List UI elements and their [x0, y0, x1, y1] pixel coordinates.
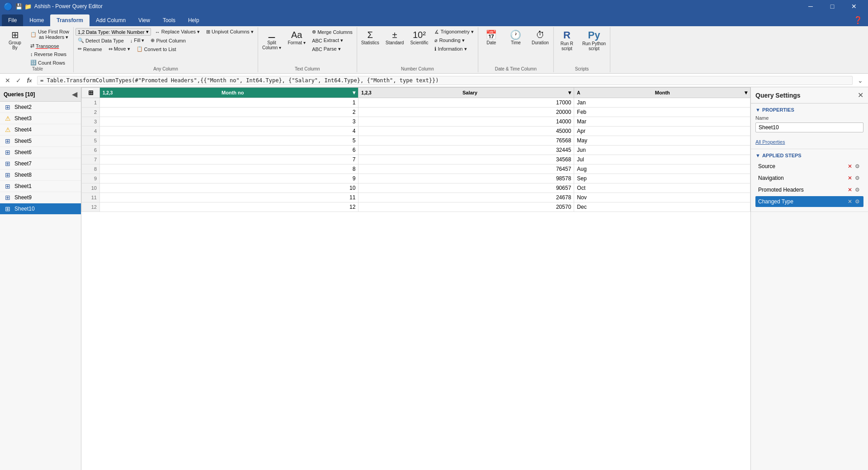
group-by-button[interactable]: ⊞ GroupBy: [4, 28, 26, 52]
run-python-icon: Py: [588, 29, 600, 41]
formula-expand-button[interactable]: ⌄: [855, 75, 865, 85]
rounding-button[interactable]: ⌀ Rounding ▾: [432, 37, 476, 44]
reverse-rows-button[interactable]: ↕ Reverse Rows: [28, 51, 71, 58]
applied-step-navigation[interactable]: Navigation ✕ ⚙: [755, 173, 863, 183]
table-row[interactable]: 6 6 32445 Jun: [82, 146, 750, 155]
tab-add-column[interactable]: Add Column: [90, 14, 132, 26]
step-settings-button[interactable]: ⚙: [854, 174, 861, 182]
step-delete-button[interactable]: ✕: [847, 186, 853, 193]
trigonometry-button[interactable]: ∡ Trigonometry ▾: [432, 28, 476, 36]
col-header-salary[interactable]: 1,2,3 Salary ▾: [359, 88, 574, 98]
select-all-icon[interactable]: ⊞: [88, 89, 94, 96]
qs-properties-caret[interactable]: ▼: [755, 107, 760, 113]
minimize-button[interactable]: ─: [800, 0, 821, 13]
sidebar-item-sheet7[interactable]: ⊞Sheet7: [0, 158, 81, 169]
data-type-dropdown[interactable]: 1,2 Data Type: Whole Number ▾: [75, 28, 151, 36]
table-row[interactable]: 8 8 76457 Aug: [82, 164, 750, 174]
sidebar-item-sheet8[interactable]: ⊞Sheet8: [0, 169, 81, 181]
transpose-button[interactable]: ⇄ Transpose: [28, 42, 71, 50]
tab-file[interactable]: File: [2, 14, 23, 26]
month-no-cell: 7: [100, 155, 359, 164]
col-header-month[interactable]: A Month ▾: [574, 88, 750, 98]
cancel-formula-button[interactable]: ✕: [3, 75, 13, 85]
sidebar-item-sheet1[interactable]: ⊞Sheet1: [0, 181, 81, 192]
table-row[interactable]: 1 1 17000 Jan: [82, 98, 750, 108]
fill-button[interactable]: ↓ Fill ▾: [128, 37, 147, 44]
run-r-button[interactable]: R Run Rscript: [556, 28, 578, 52]
split-column-button[interactable]: ⚊ SplitColumn ▾: [260, 28, 283, 52]
step-delete-button[interactable]: ✕: [847, 163, 853, 170]
scripts-group-label: Scripts: [556, 66, 608, 71]
sidebar-item-sheet2[interactable]: ⊞Sheet2: [0, 102, 81, 113]
time-button[interactable]: 🕐 Time: [505, 28, 527, 47]
count-rows-button[interactable]: 🔢 Count Rows: [28, 59, 71, 66]
step-delete-button[interactable]: ✕: [847, 174, 853, 182]
close-button[interactable]: ✕: [844, 0, 864, 13]
sidebar-item-sheet10[interactable]: ⊞Sheet10: [0, 203, 81, 215]
tab-home[interactable]: Home: [23, 14, 50, 26]
table-row[interactable]: 12 12 20570 Dec: [82, 202, 750, 212]
replace-values-button[interactable]: ↔ Replace Values ▾: [153, 28, 202, 36]
information-button[interactable]: ℹ Information ▾: [432, 45, 476, 53]
sidebar-item-sheet5[interactable]: ⊞Sheet5: [0, 136, 81, 147]
tab-help[interactable]: Help: [182, 14, 206, 26]
scientific-button[interactable]: 10² Scientific: [408, 28, 430, 47]
qs-close-button[interactable]: ✕: [858, 91, 863, 99]
confirm-formula-button[interactable]: ✓: [14, 75, 24, 85]
data-table: ⊞ 1,2,3 Month no ▾ 1,2,3: [81, 87, 750, 212]
sidebar-item-sheet9[interactable]: ⊞Sheet9: [0, 192, 81, 203]
ribbon-help-icon[interactable]: ❓: [850, 14, 866, 26]
tab-transform[interactable]: Transform: [50, 14, 90, 26]
tab-view[interactable]: View: [132, 14, 156, 26]
table-row[interactable]: 9 9 98578 Sep: [82, 174, 750, 183]
applied-step-changed-type[interactable]: Changed Type ✕ ⚙: [755, 196, 863, 207]
step-settings-button[interactable]: ⚙: [854, 163, 861, 170]
table-row[interactable]: 7 7 34568 Jul: [82, 155, 750, 164]
sidebar-item-sheet6[interactable]: ⊞Sheet6: [0, 147, 81, 158]
table-row[interactable]: 5 5 76568 May: [82, 136, 750, 146]
qs-name-input[interactable]: [755, 122, 863, 132]
step-actions: ✕ ⚙: [847, 174, 861, 182]
unpivot-columns-button[interactable]: ⊞ Unpivot Columns ▾: [204, 28, 256, 36]
pivot-column-button[interactable]: ⊕ Pivot Column: [148, 37, 188, 44]
table-container[interactable]: ⊞ 1,2,3 Month no ▾ 1,2,3: [81, 87, 750, 470]
step-settings-button[interactable]: ⚙: [854, 198, 861, 205]
col-filter-month[interactable]: ▾: [745, 89, 747, 96]
sidebar-item-sheet4[interactable]: ⚠Sheet4: [0, 124, 81, 136]
col-header-month-no[interactable]: 1,2,3 Month no ▾: [100, 88, 359, 98]
statistics-button[interactable]: Σ Statistics: [359, 28, 382, 47]
col-filter-salary[interactable]: ▾: [568, 89, 571, 96]
parse-button[interactable]: ABC Parse ▾: [310, 45, 355, 53]
duration-icon: ⏱: [536, 29, 545, 40]
table-row[interactable]: 2 2 20000 Feb: [82, 108, 750, 117]
table-row[interactable]: 11 11 24678 Nov: [82, 193, 750, 202]
run-python-button[interactable]: Py Run Pythonscript: [580, 28, 608, 52]
move-button[interactable]: ⇔ Move ▾: [106, 45, 132, 53]
use-first-row-button[interactable]: 📋 Use First Rowas Headers ▾: [28, 28, 71, 41]
maximize-button[interactable]: □: [822, 0, 843, 13]
table-row[interactable]: 3 3 14000 Mar: [82, 117, 750, 127]
sidebar-item-sheet3[interactable]: ⚠Sheet3: [0, 113, 81, 124]
applied-step-promoted-headers[interactable]: Promoted Headers ✕ ⚙: [755, 184, 863, 195]
detect-data-type-button[interactable]: 🔍 Detect Data Type: [75, 37, 126, 44]
convert-to-list-button[interactable]: 📋 Convert to List: [134, 45, 179, 53]
formula-input[interactable]: = Table.TransformColumnTypes(#"Promoted …: [37, 76, 853, 85]
rename-button[interactable]: ✏ Rename: [75, 45, 104, 53]
col-filter-month-no[interactable]: ▾: [353, 89, 355, 96]
applied-step-source[interactable]: Source ✕ ⚙: [755, 161, 863, 172]
table-row[interactable]: 10 10 90657 Oct: [82, 183, 750, 193]
format-button[interactable]: Aa Format ▾: [285, 28, 308, 47]
fx-button[interactable]: fx: [24, 75, 34, 85]
step-delete-button[interactable]: ✕: [847, 198, 853, 205]
step-settings-button[interactable]: ⚙: [854, 186, 861, 193]
standard-button[interactable]: ± Standard: [383, 28, 406, 47]
table-row[interactable]: 4 4 45000 Apr: [82, 127, 750, 136]
merge-columns-button[interactable]: ⊕ Merge Columns: [310, 28, 355, 36]
qs-applied-steps-caret[interactable]: ▼: [755, 153, 760, 158]
date-button[interactable]: 📅 Date: [480, 28, 503, 47]
tab-tools[interactable]: Tools: [156, 14, 182, 26]
sidebar-collapse-button[interactable]: ◀: [72, 90, 77, 99]
duration-button[interactable]: ⏱ Duration: [529, 28, 552, 47]
qs-all-properties-link[interactable]: All Properties: [755, 139, 785, 145]
extract-button[interactable]: ABC Extract ▾: [310, 37, 355, 44]
